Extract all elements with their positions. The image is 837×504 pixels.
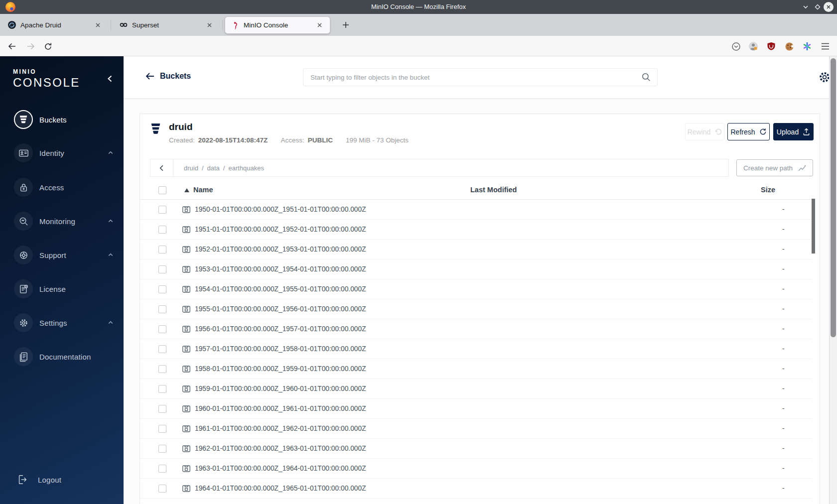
sidebar-item-access[interactable]: Access — [0, 173, 124, 201]
window-maximize-button[interactable] — [813, 2, 823, 12]
refresh-button[interactable]: Refresh — [727, 123, 770, 140]
row-checkbox[interactable] — [158, 445, 166, 453]
bucket-icon — [150, 123, 161, 135]
sidebar-item-monitoring[interactable]: Monitoring — [0, 207, 124, 235]
tab-close-icon[interactable] — [315, 21, 324, 29]
sidebar-item-settings[interactable]: Settings — [0, 309, 124, 337]
object-name[interactable]: 1960-01-01T00:00:00.000Z_1961-01-01T00:0… — [195, 405, 366, 412]
sidebar-item-support[interactable]: Support — [0, 241, 124, 269]
row-checkbox[interactable] — [158, 345, 166, 353]
sort-ascending-icon[interactable] — [184, 188, 189, 192]
column-header-name[interactable]: Name — [193, 186, 213, 194]
object-name[interactable]: 1956-01-01T00:00:00.000Z_1957-01-01T00:0… — [195, 325, 366, 333]
object-name[interactable]: 1962-01-01T00:00:00.000Z_1963-01-01T00:0… — [195, 445, 366, 452]
tab-close-icon[interactable] — [205, 21, 214, 29]
superset-favicon — [120, 21, 128, 29]
tab-separator — [111, 20, 111, 30]
column-header-last-modified[interactable]: Last Modified — [470, 186, 517, 194]
sidebar-item-documentation[interactable]: Documentation — [0, 343, 124, 371]
table-scrollbar-thumb[interactable] — [812, 199, 815, 253]
new-tab-button[interactable] — [341, 20, 351, 30]
support-lifebuoy-icon — [14, 246, 33, 264]
forward-navigation-icon[interactable] — [25, 41, 36, 52]
row-checkbox[interactable] — [158, 285, 166, 293]
object-size: - — [782, 246, 785, 253]
row-checkbox[interactable] — [158, 265, 166, 273]
window-close-button[interactable] — [824, 2, 834, 12]
rewind-button[interactable]: Rewind — [685, 123, 724, 140]
table-row[interactable]: 1958-01-01T00:00:00.000Z_1959-01-01T00:0… — [140, 359, 812, 379]
upload-button[interactable]: Upload — [773, 123, 814, 140]
object-name[interactable]: 1959-01-01T00:00:00.000Z_1960-01-01T00:0… — [195, 385, 366, 392]
tab-minio-console[interactable]: MinIO Console — [225, 16, 330, 34]
sidebar-item-license[interactable]: License — [0, 275, 124, 303]
path-back-chevron[interactable] — [150, 159, 173, 176]
table-header: Name Last Modified Size — [140, 181, 812, 200]
search-input[interactable] — [303, 69, 641, 86]
table-row[interactable]: 1951-01-01T00:00:00.000Z_1952-01-01T00:0… — [140, 220, 812, 240]
window-minimize-button[interactable] — [801, 2, 811, 12]
row-checkbox[interactable] — [158, 365, 166, 373]
sidebar-item-identity[interactable]: Identity — [0, 139, 124, 167]
browser-scrollbar-thumb[interactable] — [831, 58, 836, 337]
row-checkbox[interactable] — [158, 226, 166, 234]
object-name[interactable]: 1952-01-01T00:00:00.000Z_1953-01-01T00:0… — [195, 246, 366, 253]
table-row[interactable]: 1961-01-01T00:00:00.000Z_1962-01-01T00:0… — [140, 419, 812, 439]
row-checkbox[interactable] — [158, 246, 166, 253]
row-checkbox[interactable] — [158, 465, 166, 473]
table-row[interactable]: 1959-01-01T00:00:00.000Z_1960-01-01T00:0… — [140, 379, 812, 399]
table-row[interactable]: 1955-01-01T00:00:00.000Z_1956-01-01T00:0… — [140, 299, 812, 319]
object-name[interactable]: 1964-01-01T00:00:00.000Z_1965-01-01T00:0… — [195, 485, 366, 492]
object-name[interactable]: 1961-01-01T00:00:00.000Z_1962-01-01T00:0… — [195, 425, 366, 432]
tab-close-icon[interactable] — [94, 21, 102, 29]
account-avatar-icon[interactable] — [747, 40, 759, 52]
back-to-buckets-button[interactable]: Buckets — [145, 72, 191, 81]
tab-apache-druid[interactable]: Apache Druid — [2, 14, 108, 36]
sidebar-collapse-icon[interactable] — [106, 74, 115, 83]
object-name[interactable]: 1953-01-01T00:00:00.000Z_1954-01-01T00:0… — [195, 265, 366, 273]
object-name[interactable]: 1954-01-01T00:00:00.000Z_1955-01-01T00:0… — [195, 285, 366, 293]
object-name[interactable]: 1958-01-01T00:00:00.000Z_1959-01-01T00:0… — [195, 365, 366, 373]
breadcrumb-segment[interactable]: druid — [184, 164, 198, 172]
row-checkbox[interactable] — [158, 325, 166, 333]
row-checkbox[interactable] — [158, 305, 166, 313]
ublock-extension-icon[interactable] — [765, 40, 777, 52]
object-name[interactable]: 1957-01-01T00:00:00.000Z_1958-01-01T00:0… — [195, 345, 366, 353]
table-row[interactable]: 1956-01-01T00:00:00.000Z_1957-01-01T00:0… — [140, 319, 812, 339]
object-name[interactable]: 1950-01-01T00:00:00.000Z_1951-01-01T00:0… — [195, 206, 366, 213]
create-new-path-button[interactable]: Create new path — [736, 159, 813, 176]
tab-superset[interactable]: Superset — [114, 14, 220, 36]
cookie-extension-icon[interactable] — [783, 40, 795, 52]
back-navigation-icon[interactable] — [6, 41, 17, 52]
row-checkbox[interactable] — [158, 485, 166, 493]
table-row[interactable]: 1960-01-01T00:00:00.000Z_1961-01-01T00:0… — [140, 399, 812, 419]
object-name[interactable]: 1951-01-01T00:00:00.000Z_1952-01-01T00:0… — [195, 226, 366, 233]
padlock-icon — [14, 178, 33, 197]
reload-icon[interactable] — [42, 41, 53, 52]
object-name[interactable]: 1955-01-01T00:00:00.000Z_1956-01-01T00:0… — [195, 305, 366, 313]
table-row[interactable]: 1962-01-01T00:00:00.000Z_1963-01-01T00:0… — [140, 439, 812, 459]
sidebar-item-buckets[interactable]: Buckets — [0, 106, 124, 133]
object-size: - — [782, 365, 785, 373]
table-row[interactable]: 1957-01-01T00:00:00.000Z_1958-01-01T00:0… — [140, 339, 812, 359]
breadcrumb-segment[interactable]: data — [207, 164, 220, 172]
breadcrumb-segment[interactable]: earthquakes — [228, 164, 264, 172]
column-header-size[interactable]: Size — [761, 186, 775, 194]
row-checkbox[interactable] — [158, 405, 166, 413]
table-row[interactable]: 1964-01-01T00:00:00.000Z_1965-01-01T00:0… — [140, 479, 812, 499]
table-row[interactable]: 1950-01-01T00:00:00.000Z_1951-01-01T00:0… — [140, 200, 812, 220]
table-row[interactable]: 1963-01-01T00:00:00.000Z_1964-01-01T00:0… — [140, 459, 812, 479]
object-name[interactable]: 1963-01-01T00:00:00.000Z_1964-01-01T00:0… — [195, 465, 366, 472]
select-all-checkbox[interactable] — [158, 186, 166, 194]
table-row[interactable]: 1952-01-01T00:00:00.000Z_1953-01-01T00:0… — [140, 240, 812, 259]
sidebar-item-logout[interactable]: Logout — [0, 466, 124, 494]
asterisk-extension-icon[interactable] — [801, 40, 813, 52]
table-row[interactable]: 1953-01-01T00:00:00.000Z_1954-01-01T00:0… — [140, 259, 812, 279]
hamburger-menu-icon[interactable] — [819, 40, 831, 52]
row-checkbox[interactable] — [158, 385, 166, 393]
row-checkbox[interactable] — [158, 425, 166, 433]
row-checkbox[interactable] — [158, 206, 166, 214]
table-row[interactable]: 1954-01-01T00:00:00.000Z_1955-01-01T00:0… — [140, 279, 812, 299]
pocket-extension-icon[interactable] — [730, 40, 742, 52]
object-prefix-icon — [182, 444, 191, 453]
